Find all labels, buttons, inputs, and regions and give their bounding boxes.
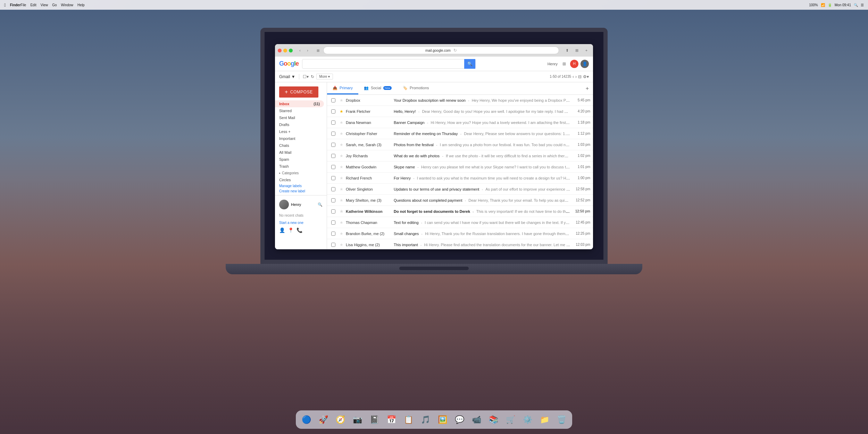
dock-safari[interactable]: 🧭 [333,412,348,427]
email-checkbox[interactable] [330,219,337,226]
dock-sysprefs[interactable]: ⚙️ [520,412,535,427]
email-star-1[interactable]: ★ [338,108,344,115]
sidebar-item-important[interactable]: Important [275,135,324,142]
row-checkbox-0[interactable] [331,98,335,102]
apps-icon[interactable]: ⊞ [560,60,568,68]
email-star-5[interactable]: ★ [338,153,344,159]
email-checkbox[interactable] [330,230,337,237]
reload-icon[interactable]: ↻ [453,48,457,53]
sidebar-item-trash[interactable]: Trash [275,163,324,170]
email-row[interactable]: ★ Matthew Goodwin Skype name - Henry can… [327,161,593,173]
email-star-13[interactable]: ★ [338,242,344,248]
row-checkbox-7[interactable] [331,176,335,180]
row-checkbox-1[interactable] [331,109,335,114]
email-row[interactable]: ★ Sarah, me, Sarah (3) Photos from the f… [327,139,593,150]
row-checkbox-13[interactable] [331,243,335,247]
spotlight-icon[interactable]: 🔍 [854,3,858,7]
dock-trash[interactable]: 🗑️ [554,412,569,427]
email-checkbox[interactable] [330,152,337,159]
tab-primary[interactable]: 📥 Primary [327,82,358,94]
close-button[interactable] [278,49,282,52]
email-row[interactable]: ★ Frank Fletcher Hello, Henry! - Dear He… [327,106,593,117]
email-checkbox[interactable] [330,164,337,170]
sidebar-item-less[interactable]: Less + [275,128,324,135]
dock-itunes[interactable]: 🎵 [418,412,433,427]
new-tab-icon[interactable]: ⊞ [573,47,581,54]
more-button[interactable]: More ▾ [316,74,333,80]
email-row[interactable]: ★ Richard French For Henry - I wanted to… [327,173,593,184]
dock-finder[interactable]: 🔵 [299,412,314,427]
email-star-0[interactable]: ★ [338,97,344,103]
maximize-button[interactable] [289,49,293,52]
menu-edit[interactable]: Edit [30,3,36,7]
email-star-2[interactable]: ★ [338,119,344,126]
menu-help[interactable]: Help [77,3,85,7]
email-checkbox[interactable] [330,130,337,137]
email-star-11[interactable]: ★ [338,219,344,226]
search-bar[interactable]: 🔍 [302,59,476,69]
tab-social[interactable]: 👥 Social New [358,82,397,94]
email-checkbox[interactable] [330,197,337,204]
dock-contacts[interactable]: 📓 [367,412,382,427]
row-checkbox-6[interactable] [331,165,335,169]
email-checkbox[interactable] [330,108,337,115]
email-star-7[interactable]: ★ [338,175,344,181]
refresh-button[interactable]: ↻ [311,74,314,79]
settings-button[interactable]: ⚙▾ [583,74,589,79]
chat-user-row[interactable]: Henry 🔍 [275,198,327,211]
email-star-8[interactable]: ★ [338,186,344,192]
prev-page-icon[interactable]: ‹ [573,74,574,79]
email-row[interactable]: ★ Dropbox Your Dropbox subscription will… [327,95,593,106]
sidebar-item-inbox[interactable]: Inbox (11) [275,100,324,107]
start-new-chat-link[interactable]: Start a new one [275,220,327,225]
email-row[interactable]: ★ Christopher Fisher Reminder of the mee… [327,128,593,139]
email-star-6[interactable]: ★ [338,164,344,170]
user-avatar-2[interactable]: 👤 [581,60,589,68]
sidebar-toggle[interactable]: ⊞ [315,47,321,53]
location-icon[interactable]: 📍 [288,227,294,233]
phone-icon[interactable]: 📞 [297,227,302,233]
sidebar-item-sent[interactable]: Sent Mail [275,114,324,121]
forward-button[interactable]: › [304,47,311,53]
dock-photos2[interactable]: 🖼️ [435,412,450,427]
email-checkbox[interactable] [330,141,337,148]
email-row[interactable]: ★ Katherine Wilkinson Do not forget to s… [327,206,593,217]
dock-messages[interactable]: 💬 [452,412,467,427]
row-checkbox-5[interactable] [331,154,335,158]
dock-appstore[interactable]: 🛒 [503,412,518,427]
sidebar-item-chats[interactable]: Chats [275,142,324,149]
search-input[interactable] [302,62,464,66]
sidebar-item-drafts[interactable]: Drafts [275,121,324,128]
email-star-3[interactable]: ★ [338,131,344,137]
dock-calendar[interactable]: 📅 [384,412,399,427]
list-view-icon[interactable]: ⊟ [578,74,582,79]
row-checkbox-3[interactable] [331,132,335,136]
back-button[interactable]: ‹ [297,47,303,53]
email-star-4[interactable]: ★ [338,142,344,148]
email-row[interactable]: ★ Dana Newman Banner Campaign - Hi Henry… [327,117,593,128]
dock-launchpad[interactable]: 🚀 [316,412,331,427]
row-checkbox-12[interactable] [331,232,335,236]
email-row[interactable]: ★ Brandon Burke, me (2) Small changes - … [327,228,593,239]
menu-file[interactable]: File [20,3,26,7]
dock-facetime[interactable]: 📹 [469,412,484,427]
menu-window[interactable]: Window [61,3,74,7]
row-checkbox-10[interactable] [331,209,335,214]
sidebar-item-circles[interactable]: Circles [275,176,324,183]
email-checkbox[interactable] [330,186,337,193]
compose-button[interactable]: + COMPOSE [279,86,318,98]
email-star-10[interactable]: ★ [338,208,344,215]
email-row[interactable]: ★ Joy Richards What do we do with photos… [327,150,593,161]
gmail-label[interactable]: Gmail ▼ [279,74,295,79]
person-icon[interactable]: 👤 [279,227,285,233]
add-tab-button[interactable]: + [582,82,593,94]
email-row[interactable]: ★ Thomas Chapman Text for editing - I ca… [327,217,593,228]
email-row[interactable]: ★ Lisa Higgins, me (2) This important - … [327,239,593,249]
row-checkbox-2[interactable] [331,120,335,125]
row-checkbox-8[interactable] [331,187,335,191]
dock-notes[interactable]: 📋 [401,412,416,427]
create-label-link[interactable]: Create new label [275,189,327,194]
sidebar-item-all-mail[interactable]: All Mail [275,149,324,156]
checkbox-all[interactable]: ☐▾ [303,74,309,79]
sidebar-item-spam[interactable]: Spam [275,156,324,163]
